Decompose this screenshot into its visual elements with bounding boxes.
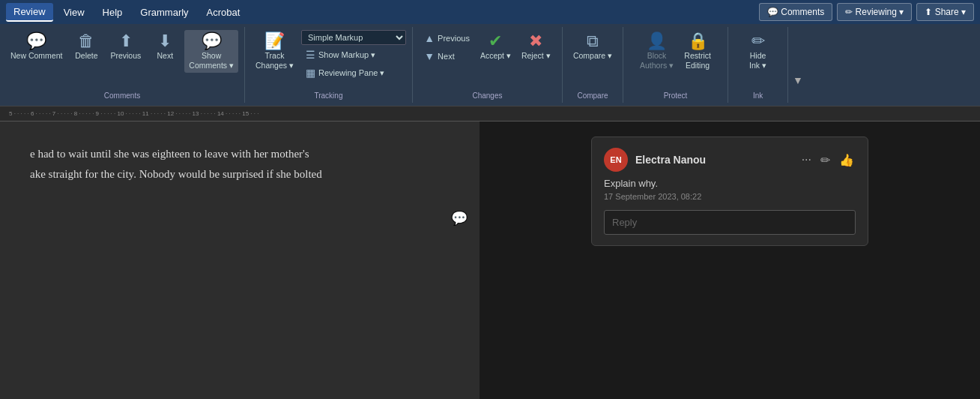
document-text: e had to wait until she was eighteen to … bbox=[30, 144, 450, 184]
comment-panel: EN Electra Nanou ··· ✏ 👍 Explain why. 17… bbox=[480, 122, 980, 399]
prev-next-stack: ▲ Previous ▼ Next bbox=[420, 30, 474, 78]
show-markup-button[interactable]: ☰ Show Markup ▾ bbox=[301, 46, 406, 63]
show-markup-label: Show Markup ▾ bbox=[318, 50, 375, 60]
tracking-group-label: Tracking bbox=[245, 92, 412, 100]
changes-group-label: Changes bbox=[413, 92, 562, 100]
previous-change-button[interactable]: ▲ Previous bbox=[420, 30, 474, 46]
delete-label: Delete bbox=[75, 51, 97, 61]
comments-ribbon-items: 💬 New Comment 🗑 Delete ⬆ Previous ⬇ Next… bbox=[6, 30, 238, 100]
markup-dropdown[interactable]: Simple Markup All Markup No Markup Origi… bbox=[301, 30, 406, 45]
tab-help[interactable]: Help bbox=[95, 4, 130, 21]
comments-group-label: Comments bbox=[0, 92, 244, 100]
comment-card: EN Electra Nanou ··· ✏ 👍 Explain why. 17… bbox=[591, 136, 868, 246]
compare-ribbon-items: ⧉ Compare ▾ bbox=[569, 30, 617, 100]
block-authors-label: BlockAuthors ▾ bbox=[640, 51, 674, 70]
edit-comment-button[interactable]: ✏ bbox=[819, 152, 832, 169]
show-comments-icon: 💬 bbox=[202, 33, 222, 50]
block-authors-button[interactable]: 👤 BlockAuthors ▾ bbox=[635, 30, 678, 73]
ribbon-group-compare: ⧉ Compare ▾ Compare bbox=[563, 27, 623, 103]
like-comment-button[interactable]: 👍 bbox=[838, 152, 856, 169]
show-markup-icon: ☰ bbox=[306, 49, 315, 61]
block-authors-icon: 👤 bbox=[647, 33, 667, 50]
next-change-icon: ▼ bbox=[424, 50, 435, 62]
reply-input[interactable] bbox=[604, 210, 856, 235]
show-comments-button[interactable]: 💬 ShowComments ▾ bbox=[184, 30, 238, 73]
previous-icon: ⬆ bbox=[119, 33, 133, 50]
ink-group-label: Ink bbox=[728, 92, 787, 100]
compare-label: Compare ▾ bbox=[573, 51, 612, 61]
track-changes-label: TrackChanges ▾ bbox=[255, 51, 294, 70]
delete-comment-button[interactable]: 🗑 Delete bbox=[68, 30, 104, 64]
content-area: e had to wait until she was eighteen to … bbox=[0, 122, 980, 399]
hide-ink-label: HideInk ▾ bbox=[749, 51, 766, 70]
next-change-label: Next bbox=[438, 52, 455, 61]
menu-bar: Review View Help Grammarly Acrobat 💬 💬 C… bbox=[0, 0, 980, 24]
ruler-marks: 5 · · · · · 6 · · · · · 7 · · · · · 8 · … bbox=[1, 110, 979, 117]
track-changes-icon: 📝 bbox=[264, 33, 285, 50]
show-comments-label: ShowComments ▾ bbox=[189, 51, 234, 70]
compare-button[interactable]: ⧉ Compare ▾ bbox=[569, 30, 617, 64]
tab-review[interactable]: Review bbox=[6, 3, 53, 22]
track-changes-button[interactable]: 📝 TrackChanges ▾ bbox=[251, 30, 298, 73]
ribbon-group-changes: ▲ Previous ▼ Next ✔ Accept ▾ ✖ Reject ▾ … bbox=[413, 27, 563, 103]
protect-group-label: Protect bbox=[623, 92, 728, 100]
comment-header: EN Electra Nanou ··· ✏ 👍 bbox=[604, 148, 856, 172]
ribbon-expand-button[interactable]: ▼ bbox=[788, 27, 808, 103]
comments-button[interactable]: 💬 💬 CommentsComments bbox=[759, 3, 832, 21]
reviewing-pane-label: Reviewing Pane ▾ bbox=[318, 68, 385, 78]
more-options-button[interactable]: ··· bbox=[800, 152, 813, 168]
next-comment-button[interactable]: ⬇ Next bbox=[147, 30, 183, 64]
reject-button[interactable]: ✖ Reject ▾ bbox=[517, 30, 555, 64]
reject-icon: ✖ bbox=[529, 33, 542, 50]
reject-label: Reject ▾ bbox=[521, 51, 551, 61]
document-area: e had to wait until she was eighteen to … bbox=[0, 122, 480, 399]
tab-view[interactable]: View bbox=[56, 4, 92, 21]
prev-change-icon: ▲ bbox=[424, 32, 435, 44]
ribbon-group-ink: ✏ HideInk ▾ Ink bbox=[728, 27, 788, 103]
accept-label: Accept ▾ bbox=[480, 51, 511, 61]
menu-bar-right: 💬 💬 CommentsComments ✏ Reviewing ▾ ⬆ Sha… bbox=[759, 3, 974, 21]
comment-actions: ··· ✏ 👍 bbox=[800, 152, 856, 169]
reviewing-pane-button[interactable]: ▦ Reviewing Pane ▾ bbox=[301, 64, 406, 81]
comment-date: 17 September 2023, 08:22 bbox=[604, 192, 856, 201]
next-icon: ⬇ bbox=[158, 33, 172, 50]
comment-indicator-icon[interactable]: 💬 bbox=[451, 210, 468, 226]
new-comment-button[interactable]: 💬 New Comment bbox=[6, 30, 67, 64]
compare-icon: ⧉ bbox=[587, 33, 599, 50]
changes-ribbon-items: ▲ Previous ▼ Next ✔ Accept ▾ ✖ Reject ▾ bbox=[420, 30, 554, 100]
tab-grammarly[interactable]: Grammarly bbox=[133, 4, 196, 21]
tracking-small-stack: Simple Markup All Markup No Markup Origi… bbox=[301, 30, 406, 94]
restrict-editing-label: RestrictEditing bbox=[684, 51, 711, 70]
next-change-button[interactable]: ▼ Next bbox=[420, 48, 474, 64]
avatar: EN bbox=[604, 148, 628, 172]
comment-body: Explain why. bbox=[604, 178, 856, 189]
restrict-editing-icon: 🔒 bbox=[688, 33, 708, 50]
ribbon-group-tracking: 📝 TrackChanges ▾ Simple Markup All Marku… bbox=[245, 27, 413, 103]
prev-change-label: Previous bbox=[438, 34, 470, 43]
compare-group-label: Compare bbox=[563, 92, 623, 100]
ink-ribbon-items: ✏ HideInk ▾ bbox=[740, 30, 776, 100]
comment-author: Electra Nanou bbox=[635, 154, 793, 166]
next-label: Next bbox=[157, 51, 174, 61]
doc-line-1: e had to wait until she was eighteen to … bbox=[30, 144, 450, 164]
accept-icon: ✔ bbox=[489, 33, 502, 50]
accept-button[interactable]: ✔ Accept ▾ bbox=[476, 30, 515, 64]
ribbon: 💬 New Comment 🗑 Delete ⬆ Previous ⬇ Next… bbox=[0, 24, 980, 106]
share-button[interactable]: ⬆ Share ▾ bbox=[916, 3, 974, 21]
hide-ink-button[interactable]: ✏ HideInk ▾ bbox=[740, 30, 776, 73]
previous-label: Previous bbox=[110, 51, 141, 61]
ribbon-group-protect: 👤 BlockAuthors ▾ 🔒 RestrictEditing Prote… bbox=[623, 27, 728, 103]
protect-ribbon-items: 👤 BlockAuthors ▾ 🔒 RestrictEditing bbox=[635, 30, 716, 100]
ruler: 5 · · · · · 6 · · · · · 7 · · · · · 8 · … bbox=[0, 106, 980, 122]
tab-acrobat[interactable]: Acrobat bbox=[199, 4, 248, 21]
previous-comment-button[interactable]: ⬆ Previous bbox=[106, 30, 145, 64]
ribbon-group-comments: 💬 New Comment 🗑 Delete ⬆ Previous ⬇ Next… bbox=[0, 27, 245, 103]
new-comment-icon: 💬 bbox=[26, 33, 46, 50]
reviewing-pane-icon: ▦ bbox=[306, 67, 315, 79]
restrict-editing-button[interactable]: 🔒 RestrictEditing bbox=[680, 30, 716, 73]
hide-ink-icon: ✏ bbox=[751, 33, 765, 50]
delete-icon: 🗑 bbox=[78, 33, 94, 50]
ruler-mark: 5 · · · · · 6 · · · · · 7 · · · · · 8 · … bbox=[9, 110, 258, 117]
new-comment-label: New Comment bbox=[10, 51, 62, 61]
reviewing-button[interactable]: ✏ Reviewing ▾ bbox=[837, 3, 912, 21]
